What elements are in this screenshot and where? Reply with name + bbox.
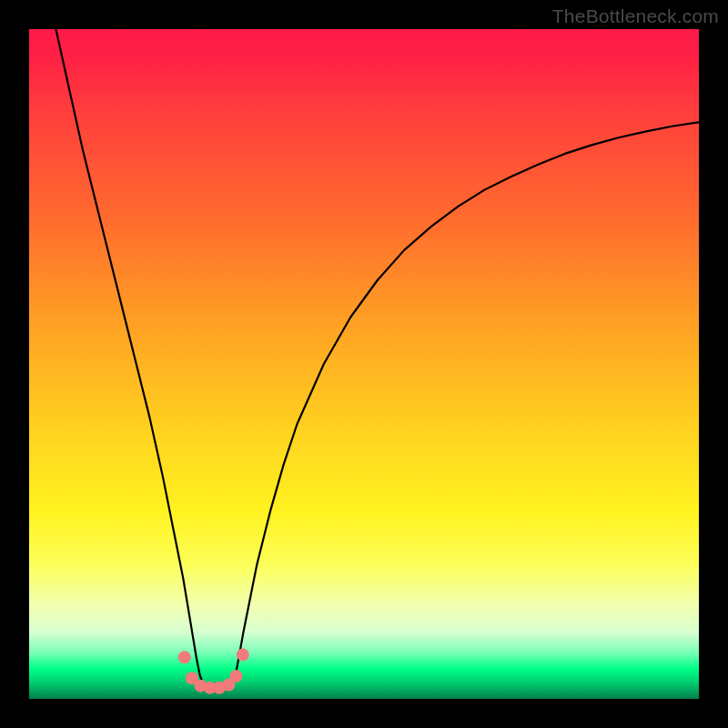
- bottleneck-curve: [56, 29, 699, 690]
- chart-overlay-svg: [29, 29, 699, 699]
- curve-markers: [178, 648, 249, 693]
- curve-marker: [229, 670, 242, 682]
- watermark-text: TheBottleneck.com: [552, 5, 719, 27]
- curve-marker: [237, 648, 249, 661]
- chart-frame: TheBottleneck.com: [0, 0, 728, 728]
- curve-marker: [178, 651, 191, 663]
